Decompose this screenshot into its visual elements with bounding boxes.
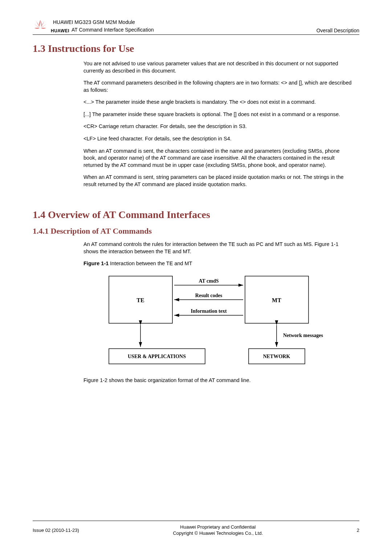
logo-text: HUAWEI [51, 28, 69, 33]
para: An AT command controls the rules for int… [83, 241, 352, 255]
footer-line1: Huawei Proprietary and Confidential [79, 524, 357, 530]
diagram-info-text-label: Information text [191, 308, 226, 314]
diagram-te-label: TE [136, 297, 144, 303]
section-1-4-title: 1.4 Overview of AT Command Interfaces [33, 209, 359, 221]
para: Figure 1-2 shows the basic organization … [83, 377, 352, 384]
header-title-line2: AT Command Interface Specification [72, 26, 154, 33]
para: The AT command parameters described in t… [83, 79, 352, 94]
section-1-4-content: An AT command controls the rules for int… [83, 241, 352, 384]
page-footer: Issue 02 (2010-11-23) Huawei Proprietary… [33, 521, 359, 537]
diagram-user-apps-label: USER & APPLICATIONS [128, 354, 186, 359]
para: You are not advised to use various param… [83, 60, 352, 74]
figure-1-1-diagram: TE MT AT cmdS Result codes Information t… [105, 272, 352, 368]
para: <CR> Carriage return character. For deta… [83, 123, 352, 130]
para: <...> The parameter inside these angle b… [83, 99, 352, 106]
diagram-network-messages-label: Network messages [283, 333, 323, 338]
figure-1-1-caption: Figure 1-1 Interaction between the TE an… [83, 260, 352, 267]
para: <LF> Line feed character. For details, s… [83, 135, 352, 143]
para: When an AT command is sent, string param… [83, 174, 352, 188]
section-1-3-title: 1.3 Instructions for Use [33, 43, 359, 54]
diagram-result-codes-label: Result codes [195, 293, 222, 298]
footer-issue: Issue 02 (2010-11-23) [33, 528, 79, 533]
section-1-3-content: You are not advised to use various param… [83, 60, 352, 188]
diagram-mt-label: MT [272, 297, 281, 303]
footer-line2: Copyright © Huawei Technologies Co., Ltd… [79, 530, 357, 537]
page-header: HUAWEI MG323 GSM M2M Module HUAWEI AT Co… [33, 18, 359, 35]
header-section-name: Overall Description [317, 28, 359, 33]
footer-center: Huawei Proprietary and Confidential Copy… [79, 524, 357, 537]
logo-block: HUAWEI MG323 GSM M2M Module HUAWEI AT Co… [33, 18, 154, 33]
para: When an AT command is sent, the characte… [83, 148, 352, 169]
figure-caption-text: Interaction between the TE and MT [109, 260, 192, 266]
para: [...] The parameter inside these square … [83, 111, 352, 118]
header-title-line1: HUAWEI MG323 GSM M2M Module [53, 19, 154, 26]
figure-label: Figure 1-1 [83, 260, 109, 266]
section-1-4-1-title: 1.4.1 Description of AT Commands [33, 226, 359, 236]
footer-page-number: 2 [357, 528, 359, 533]
diagram-at-cmds-label: AT cmdS [199, 278, 219, 284]
huawei-logo-icon [33, 18, 48, 33]
diagram-network-label: NETWORK [263, 354, 290, 359]
